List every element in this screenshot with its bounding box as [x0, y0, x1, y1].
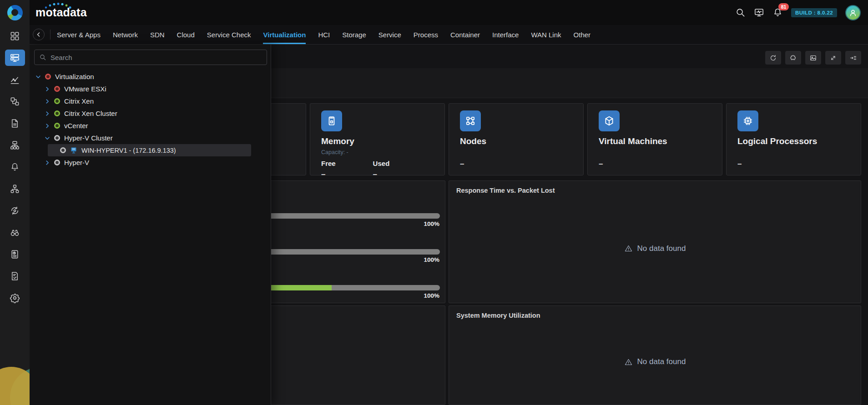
- sidebar-item-flow[interactable]: [0, 178, 30, 200]
- tree-node-citrix-xen[interactable]: Citrix Xen: [30, 95, 271, 107]
- charts-row-2: System Memory Utilization No data found: [171, 305, 861, 405]
- sidebar-item-settings[interactable]: [0, 287, 30, 309]
- chevron-right-icon[interactable]: [45, 86, 50, 92]
- logical-processors-value: –: [737, 160, 850, 168]
- charts-row-1: 100% 100% 100% Response Time vs. Packet …: [171, 180, 861, 303]
- sidebar-item-automation[interactable]: [0, 200, 30, 221]
- notifications-bell-icon[interactable]: 81: [772, 7, 783, 18]
- status-ring-critical: [45, 74, 51, 80]
- search-icon[interactable]: [735, 7, 746, 18]
- system-memory-utilization-panel: System Memory Utilization No data found: [449, 305, 861, 405]
- status-ring-healthy: [54, 98, 60, 104]
- monitor-tree: Virtualization VMware ESXi Citrix Xen Ci…: [30, 70, 271, 169]
- tab-service-check[interactable]: Service Check: [207, 25, 251, 44]
- user-avatar[interactable]: [845, 5, 861, 20]
- tree-node-citrix-xen-cluster[interactable]: Citrix Xen Cluster: [30, 107, 271, 120]
- collapse-panel-button[interactable]: [845, 51, 861, 65]
- widget-puzzle-button[interactable]: [785, 51, 801, 65]
- tab-network[interactable]: Network: [113, 25, 138, 44]
- tab-interface[interactable]: Interface: [492, 25, 519, 44]
- dashboard-grid-icon: [5, 28, 25, 44]
- reports-icon: [5, 246, 25, 262]
- alerts-bell-icon: [5, 159, 25, 175]
- tab-virtualization[interactable]: Virtualization: [263, 25, 306, 44]
- sidebar-item-network-devices[interactable]: [0, 134, 30, 156]
- search-icon: [39, 54, 46, 61]
- tree-node-label: Virtualization: [55, 73, 94, 80]
- tab-cloud[interactable]: Cloud: [177, 25, 195, 44]
- sidebar-item-dashboard[interactable]: [0, 25, 30, 47]
- dashboard-toolbar: [765, 51, 861, 65]
- tab-sdn[interactable]: SDN: [150, 25, 165, 44]
- tree-node-hyperv[interactable]: Hyper-V: [30, 156, 271, 169]
- tab-storage[interactable]: Storage: [342, 25, 366, 44]
- refresh-button[interactable]: [765, 51, 781, 65]
- sidebar-item-monitoring[interactable]: [0, 47, 30, 69]
- app-sidebar: [0, 25, 30, 405]
- summary-cards-row: Memory Capacity: - Free – Used – Nodes –…: [171, 103, 861, 175]
- tree-search-input[interactable]: [50, 54, 262, 61]
- no-data-state: No data found: [449, 319, 861, 405]
- tree-node-label: Citrix Xen: [64, 97, 94, 105]
- chevron-down-icon[interactable]: [35, 74, 41, 80]
- network-devices-icon: [5, 137, 25, 153]
- tree-node-vcenter[interactable]: vCenter: [30, 120, 271, 132]
- panel-title: Response Time vs. Packet Lost: [449, 181, 861, 194]
- card-title: Memory: [321, 136, 434, 146]
- chevron-down-icon[interactable]: [45, 135, 50, 141]
- sidebar-item-audit[interactable]: [0, 265, 30, 287]
- tree-node-hyperv-cluster[interactable]: Hyper-V Cluster: [30, 132, 271, 144]
- nodes-value: –: [460, 160, 572, 168]
- app-logo-cell[interactable]: [0, 0, 30, 25]
- tab-server-apps[interactable]: Server & Apps: [57, 25, 101, 44]
- sidebar-item-alerts[interactable]: [0, 156, 30, 178]
- tab-container[interactable]: Container: [450, 25, 480, 44]
- sidebar-item-reports[interactable]: [0, 243, 30, 265]
- memory-free-value: –: [321, 170, 373, 178]
- tab-process[interactable]: Process: [414, 25, 438, 44]
- tab-other[interactable]: Other: [574, 25, 591, 44]
- summary-card-logical-processors: Logical Processors –: [726, 103, 861, 175]
- discovery-binoculars-icon: [5, 224, 25, 240]
- tabs-back-button[interactable]: [33, 29, 45, 40]
- monitor-activity-icon[interactable]: [754, 7, 764, 18]
- chevron-right-icon[interactable]: [45, 160, 50, 165]
- tree-node-vmware-esxi[interactable]: VMware ESXi: [30, 83, 271, 95]
- virtual-machines-value: –: [599, 160, 711, 168]
- card-title: Logical Processors: [737, 136, 850, 146]
- motadata-logo-icon: [7, 5, 23, 20]
- progress-bar-value: 100%: [424, 292, 439, 299]
- hyperv-host-icon: [70, 147, 77, 154]
- status-ring-unknown: [54, 160, 60, 165]
- card-title: Nodes: [460, 136, 572, 146]
- virtual-machines-cube-icon: [599, 110, 620, 131]
- tree-search-box[interactable]: [34, 50, 267, 65]
- notification-count-badge: 81: [778, 3, 789, 10]
- chevron-right-icon[interactable]: [45, 123, 50, 129]
- flow-hierarchy-icon: [5, 180, 25, 197]
- summary-card-virtual-machines: Virtual Machines –: [587, 103, 722, 175]
- audit-file-check-icon: [5, 268, 25, 284]
- tree-node-label: Hyper-V: [64, 159, 89, 166]
- tab-service[interactable]: Service: [378, 25, 401, 44]
- tree-node-win-hyperv1-selected[interactable]: WIN-HYPERV1 - (172.16.9.133): [48, 144, 251, 156]
- tabs-list: Server & Apps Network SDN Cloud Service …: [57, 25, 590, 44]
- sidebar-item-discovery[interactable]: [0, 221, 30, 243]
- sidebar-item-logs[interactable]: [0, 112, 30, 134]
- tab-wan-link[interactable]: WAN Link: [531, 25, 561, 44]
- chevron-right-icon[interactable]: [45, 111, 50, 116]
- tab-hci[interactable]: HCI: [318, 25, 330, 44]
- sidebar-item-metrics[interactable]: [0, 69, 30, 90]
- tree-node-virtualization[interactable]: Virtualization: [30, 70, 271, 83]
- chevron-right-icon[interactable]: [45, 99, 50, 104]
- nodes-icon: [460, 110, 481, 131]
- sidebar-item-topology[interactable]: [0, 90, 30, 112]
- status-ring-critical: [54, 86, 60, 92]
- fullscreen-expand-button[interactable]: [825, 51, 841, 65]
- monitor-tree-panel: Virtualization VMware ESXi Citrix Xen Ci…: [30, 45, 271, 405]
- status-ring-healthy: [54, 110, 60, 116]
- status-ring-unknown: [54, 135, 60, 141]
- export-image-button[interactable]: [805, 51, 821, 65]
- metrics-chart-icon: [5, 71, 25, 88]
- no-data-text: No data found: [637, 244, 686, 253]
